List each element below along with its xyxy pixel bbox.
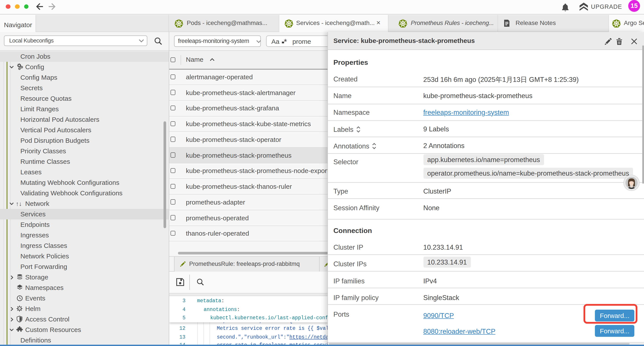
svg-text:HELM: HELM: [17, 308, 22, 310]
